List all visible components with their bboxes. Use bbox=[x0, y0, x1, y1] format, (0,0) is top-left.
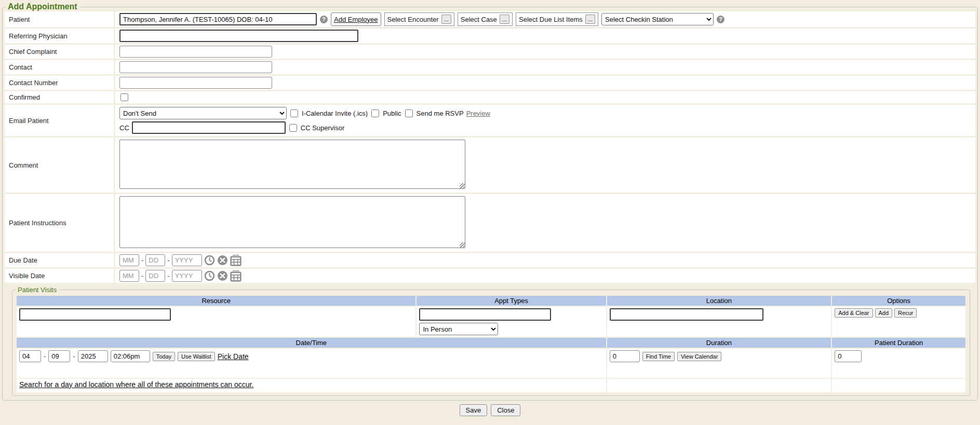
visible-date-month-input[interactable] bbox=[119, 270, 139, 282]
due-date-day-input[interactable] bbox=[145, 254, 165, 266]
resource-input[interactable] bbox=[19, 308, 171, 321]
patient-row: Patient ? Add Employee Select Encounter … bbox=[5, 11, 975, 27]
add-clear-button[interactable]: Add & Clear bbox=[835, 308, 872, 318]
patient-visits-title: Patient Visits bbox=[16, 286, 59, 294]
email-send-select[interactable]: Don't Send bbox=[119, 107, 287, 119]
chief-complaint-row: Chief Complaint bbox=[5, 45, 975, 59]
visible-date-year-input[interactable] bbox=[172, 270, 202, 282]
referring-physician-input[interactable] bbox=[119, 30, 358, 42]
confirmed-row: Confirmed bbox=[5, 91, 975, 103]
due-date-clock-icon[interactable] bbox=[204, 255, 215, 266]
empty-cell bbox=[832, 379, 965, 392]
date-time-header: Date/Time bbox=[17, 338, 606, 348]
checkin-station-select[interactable]: Select Checkin Station bbox=[601, 13, 714, 25]
contact-number-input[interactable] bbox=[119, 77, 272, 89]
patient-instructions-label: Patient Instructions bbox=[5, 194, 114, 252]
cc-supervisor-checkbox[interactable] bbox=[289, 124, 297, 132]
select-due-list-ellipsis-button[interactable]: ... bbox=[585, 15, 595, 24]
add-employee-button[interactable]: Add Employee bbox=[331, 12, 381, 26]
find-time-button[interactable]: Find Time bbox=[642, 352, 675, 361]
patient-help-icon[interactable]: ? bbox=[320, 16, 328, 23]
resource-header: Resource bbox=[17, 296, 415, 306]
due-date-calendar-icon[interactable] bbox=[230, 255, 241, 266]
patient-instructions-textarea[interactable] bbox=[119, 196, 465, 248]
patient-duration-header: Patient Duration bbox=[832, 338, 965, 348]
visit-day-input[interactable] bbox=[48, 350, 70, 362]
use-waitlist-button[interactable]: Use Waitlist bbox=[178, 352, 215, 361]
select-case-picker[interactable]: Select Case ... bbox=[458, 12, 513, 26]
contact-row: Contact bbox=[5, 60, 975, 74]
preview-link[interactable]: Preview bbox=[466, 109, 490, 117]
patient-duration-input[interactable] bbox=[835, 350, 862, 362]
visit-time-input[interactable] bbox=[111, 350, 150, 362]
email-patient-row: Email Patient Don't Send I-Calendar Invi… bbox=[5, 105, 975, 136]
rsvp-label: Send me RSVP bbox=[417, 109, 464, 117]
confirmed-label: Confirmed bbox=[5, 91, 114, 103]
cc-label: CC bbox=[119, 124, 129, 132]
search-day-location-link[interactable]: Search for a day and location where all … bbox=[19, 380, 253, 389]
select-encounter-ellipsis-button[interactable]: ... bbox=[441, 15, 451, 24]
contact-input[interactable] bbox=[119, 61, 272, 73]
select-due-list-picker[interactable]: Select Due List Items ... bbox=[516, 12, 598, 26]
due-date-row: Due Date - - bbox=[5, 253, 975, 267]
appt-mode-select[interactable]: In Person bbox=[419, 323, 498, 335]
contact-label: Contact bbox=[5, 60, 114, 74]
select-case-label: Select Case bbox=[461, 16, 497, 23]
visible-date-calendar-icon[interactable] bbox=[230, 270, 241, 282]
due-date-year-input[interactable] bbox=[172, 254, 202, 266]
patient-instructions-row: Patient Instructions bbox=[5, 194, 975, 252]
comment-textarea[interactable] bbox=[119, 140, 465, 189]
patient-visits-table: Resource Appt Types Location Options In … bbox=[16, 295, 966, 393]
date-separator: - bbox=[167, 256, 169, 264]
recur-button[interactable]: Recur bbox=[894, 308, 917, 318]
ical-invite-label: I-Calendar Invite (.ics) bbox=[302, 109, 368, 117]
empty-cell bbox=[607, 379, 831, 392]
close-button[interactable]: Close bbox=[491, 404, 520, 416]
patient-input[interactable] bbox=[119, 13, 317, 25]
today-button[interactable]: Today bbox=[153, 352, 175, 361]
due-date-month-input[interactable] bbox=[119, 254, 139, 266]
visible-date-row: Visible Date - - bbox=[5, 269, 975, 283]
add-employee-label: Add Employee bbox=[334, 16, 378, 23]
confirmed-checkbox[interactable] bbox=[120, 93, 128, 101]
due-date-clear-icon[interactable] bbox=[217, 255, 228, 266]
chief-complaint-input[interactable] bbox=[119, 46, 272, 58]
date-separator: - bbox=[141, 256, 143, 264]
location-header: Location bbox=[607, 296, 831, 306]
footer-actions: Save Close bbox=[0, 401, 980, 420]
checkin-station-help-icon[interactable]: ? bbox=[717, 16, 724, 23]
ical-invite-checkbox[interactable] bbox=[290, 109, 298, 117]
visible-date-clear-icon[interactable] bbox=[217, 270, 228, 281]
referring-physician-row: Referring Physician bbox=[5, 29, 975, 43]
contact-number-label: Contact Number bbox=[5, 76, 114, 90]
date-separator: - bbox=[44, 352, 46, 360]
appt-types-input[interactable] bbox=[419, 308, 551, 321]
cc-supervisor-label: CC Supervisor bbox=[301, 124, 345, 132]
duration-header: Duration bbox=[607, 338, 831, 348]
save-button[interactable]: Save bbox=[460, 404, 488, 416]
visit-month-input[interactable] bbox=[19, 350, 41, 362]
select-case-ellipsis-button[interactable]: ... bbox=[500, 15, 509, 24]
patient-visits-panel: Patient Visits Resource Appt Types Locat… bbox=[12, 286, 970, 396]
duration-input[interactable] bbox=[610, 350, 640, 362]
referring-physician-label: Referring Physician bbox=[5, 29, 114, 43]
contact-number-row: Contact Number bbox=[5, 76, 975, 90]
rsvp-checkbox[interactable] bbox=[405, 109, 413, 117]
due-date-label: Due Date bbox=[5, 253, 114, 267]
add-button[interactable]: Add bbox=[875, 308, 893, 318]
email-patient-label: Email Patient bbox=[5, 105, 114, 136]
visit-year-input[interactable] bbox=[78, 350, 108, 362]
page-title: Add Appointment bbox=[6, 2, 79, 11]
options-header: Options bbox=[832, 296, 965, 306]
add-appointment-panel: Add Appointment Patient ? Add Employee S… bbox=[2, 2, 978, 401]
location-input[interactable] bbox=[610, 308, 763, 321]
public-label: Public bbox=[383, 109, 401, 117]
view-calendar-button[interactable]: View Calendar bbox=[677, 352, 721, 361]
visible-date-day-input[interactable] bbox=[145, 270, 165, 282]
comment-label: Comment bbox=[5, 138, 114, 193]
public-checkbox[interactable] bbox=[371, 109, 379, 117]
cc-input[interactable] bbox=[132, 121, 286, 134]
select-encounter-picker[interactable]: Select Encounter ... bbox=[384, 12, 454, 26]
pick-date-link[interactable]: Pick Date bbox=[218, 352, 249, 361]
visible-date-clock-icon[interactable] bbox=[204, 270, 215, 281]
